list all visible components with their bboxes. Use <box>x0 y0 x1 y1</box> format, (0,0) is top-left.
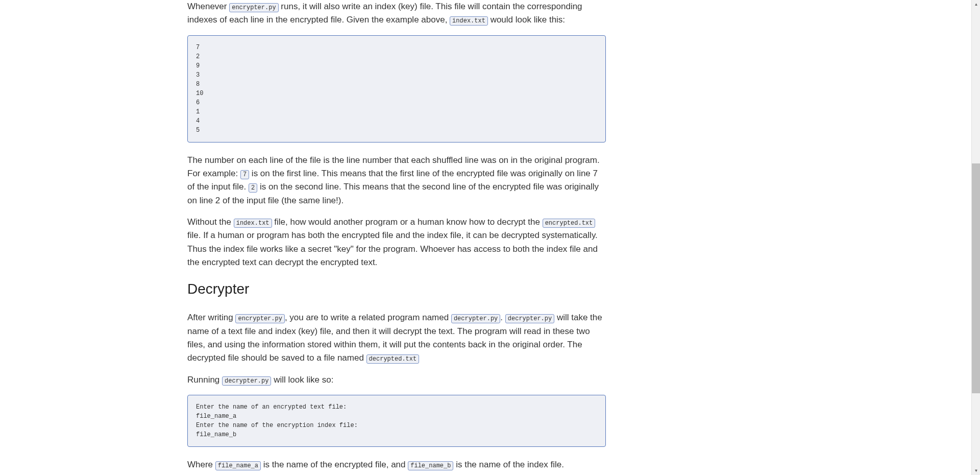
text: is the name of the index file. <box>453 460 564 469</box>
scrollbar-vertical[interactable]: ▲ ▼ <box>971 0 980 475</box>
text: After writing <box>187 313 235 322</box>
text: is the name of the encrypted file, and <box>261 460 408 469</box>
code-decrypter-py: decrypter.py <box>451 314 500 323</box>
code-encrypter-py: encrypter.py <box>235 314 284 323</box>
code-decrypted-txt: decrypted.txt <box>366 354 420 364</box>
paragraph-where: Where file_name_a is the name of the enc… <box>187 458 606 471</box>
code-index-txt: index.txt <box>450 16 488 26</box>
code-two: 2 <box>249 183 257 193</box>
scroll-down-arrow-icon[interactable]: ▼ <box>972 466 980 475</box>
text: would look like this: <box>488 15 565 25</box>
paragraph-without-index: Without the index.txt file, how would an… <box>187 216 606 269</box>
scrollbar-thumb[interactable] <box>972 163 980 393</box>
scroll-up-arrow-icon[interactable]: ▲ <box>972 0 980 9</box>
code-file-name-a: file_name_a <box>215 461 261 470</box>
code-encrypter-py: encrypter.py <box>229 3 278 12</box>
text: will look like so: <box>271 375 333 385</box>
text: Running <box>187 375 222 385</box>
code-decrypter-py: decrypter.py <box>222 376 271 386</box>
code-block-decrypter-prompt: Enter the name of an encrypted text file… <box>187 395 606 447</box>
document-content: Whenever encrypter.py runs, it will also… <box>187 0 606 475</box>
paragraph-explanation: The number on each line of the file is t… <box>187 154 606 207</box>
code-seven: 7 <box>240 170 249 179</box>
code-decrypter-py: decrypter.py <box>505 314 554 323</box>
text: Where <box>187 460 215 469</box>
paragraph-running: Running decrypter.py will look like so: <box>187 373 606 387</box>
text: file. If a human or program has both the… <box>187 230 598 267</box>
text: Without the <box>187 217 234 227</box>
text: file, how would another program or a hum… <box>272 217 543 227</box>
text: , you are to write a related program nam… <box>285 313 451 322</box>
heading-decrypter: Decrypter <box>187 278 606 300</box>
code-index-txt: index.txt <box>234 219 272 228</box>
paragraph-intro: Whenever encrypter.py runs, it will also… <box>187 0 606 27</box>
paragraph-decrypter-intro: After writing encrypter.py, you are to w… <box>187 311 606 365</box>
code-block-index-contents: 7 2 9 3 8 10 6 1 4 5 <box>187 35 606 142</box>
code-encrypted-txt: encrypted.txt <box>543 219 596 228</box>
text: Whenever <box>187 2 229 11</box>
text: . <box>500 313 505 322</box>
code-file-name-b: file_name_b <box>408 461 453 470</box>
